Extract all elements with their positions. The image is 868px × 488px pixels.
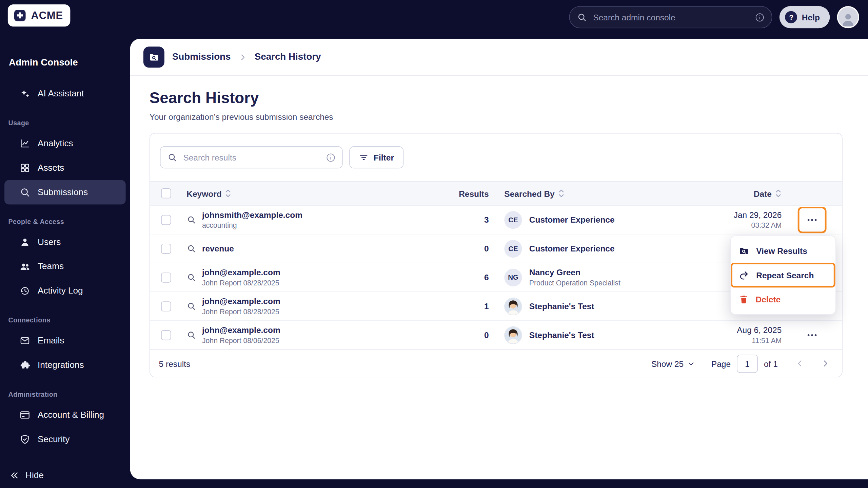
avatar-initials: CE <box>504 211 522 228</box>
help-button[interactable]: ? Help <box>780 6 830 28</box>
sidebar-item-assets[interactable]: Assets <box>4 156 126 180</box>
header-keyword[interactable]: Keyword <box>176 188 408 198</box>
row-checkbox[interactable] <box>161 272 171 282</box>
folder-search-icon <box>143 46 164 68</box>
searcher-name: Customer Experience <box>529 244 615 253</box>
row-checkbox[interactable] <box>161 330 171 340</box>
stephanie-avatar <box>504 326 522 344</box>
header-results-label: Results <box>459 189 489 198</box>
header-results[interactable]: Results <box>408 189 489 198</box>
filter-button[interactable]: Filter <box>349 146 403 168</box>
results-count: 3 <box>408 215 489 224</box>
menu-item-delete[interactable]: Delete <box>731 287 835 311</box>
keyword-subtitle: John Report 08/28/2025 <box>202 307 280 316</box>
header-searched-by[interactable]: Searched By <box>504 188 681 198</box>
chevron-left-icon <box>795 359 804 368</box>
results-search-box[interactable] <box>160 146 343 168</box>
sidebar-item-label: Account & Billing <box>38 410 104 420</box>
magnifier-icon <box>186 301 196 311</box>
page-size-label: Show 25 <box>651 359 684 368</box>
sidebar-item-security[interactable]: Security <box>4 427 126 452</box>
time-text: 03:32 AM <box>682 221 782 229</box>
envelope-icon <box>19 335 31 346</box>
page-title: Search History <box>150 89 843 107</box>
row-checkbox[interactable] <box>161 244 171 254</box>
sidebar-item-label: Integrations <box>38 360 84 370</box>
next-page-button[interactable] <box>819 357 832 370</box>
acme-logo[interactable]: ACME <box>8 4 70 26</box>
hide-label: Hide <box>25 470 44 480</box>
previous-page-button[interactable] <box>793 357 807 370</box>
sidebar-item-label: Activity Log <box>38 286 83 296</box>
time-text: 11:51 AM <box>682 336 782 344</box>
assets-icon <box>19 162 31 173</box>
magnifier-icon <box>186 330 196 340</box>
page-content: Search History Your organization’s previ… <box>130 76 868 377</box>
sidebar-item-ai-assistant[interactable]: AI Assistant <box>4 81 126 106</box>
logo-text: ACME <box>31 10 63 22</box>
magnifier-icon <box>186 273 196 282</box>
searcher-subtitle: Product Operation Specialist <box>529 279 620 287</box>
filter-label: Filter <box>374 153 394 162</box>
sidebar-section-administration: Administration <box>8 391 130 398</box>
admin-search-box[interactable] <box>569 6 772 28</box>
select-all-checkbox[interactable] <box>161 188 171 198</box>
page-number-input[interactable] <box>737 354 758 373</box>
sidebar-item-submissions[interactable]: Submissions <box>4 180 126 205</box>
searcher-name: Stephanie's Test <box>529 330 594 340</box>
sidebar-title: Admin Console <box>9 57 130 68</box>
header-date[interactable]: Date <box>682 188 782 198</box>
admin-console-app: ACME ? Help Admin Console AI Assistant <box>0 0 868 488</box>
sidebar-item-teams[interactable]: Teams <box>4 254 126 279</box>
table-header-row: Keyword Results Searched By Date <box>150 181 842 206</box>
header-keyword-label: Keyword <box>186 189 221 198</box>
row-checkbox[interactable] <box>161 215 171 225</box>
info-icon[interactable] <box>326 153 336 162</box>
row-actions-button[interactable] <box>801 210 823 230</box>
header-searched-by-label: Searched By <box>504 189 554 198</box>
sidebar-item-label: Teams <box>38 262 64 271</box>
admin-search-input[interactable] <box>592 12 750 22</box>
main-panel: Submissions Search History Search Histor… <box>130 39 868 479</box>
shield-check-icon <box>19 434 31 445</box>
page-label: Page <box>711 359 731 368</box>
keyword-subtitle: John Report 08/28/2025 <box>202 279 280 287</box>
row-checkbox[interactable] <box>161 301 171 311</box>
searcher-name: Stephanie's Test <box>529 301 594 311</box>
sidebar-item-analytics[interactable]: Analytics <box>4 131 126 156</box>
sidebar-item-users[interactable]: Users <box>4 230 126 255</box>
sidebar-item-label: AI Assistant <box>38 89 84 98</box>
sidebar-item-activity-log[interactable]: Activity Log <box>4 279 126 303</box>
row-actions-button[interactable] <box>801 325 823 345</box>
menu-item-view-results[interactable]: View Results <box>731 239 835 263</box>
sidebar-item-account-billing[interactable]: Account & Billing <box>4 403 126 427</box>
search-icon <box>577 12 587 22</box>
chevron-down-icon <box>688 360 695 367</box>
table-row: john@example.com John Report 08/06/2025 … <box>150 321 842 350</box>
double-chevron-left-icon <box>9 470 20 481</box>
keyword-text: john@example.com <box>202 297 280 306</box>
magnifier-icon <box>19 187 31 198</box>
table-footer: 5 results Show 25 Page of 1 <box>150 350 842 377</box>
page-subtitle: Your organization’s previous submission … <box>150 112 843 121</box>
sidebar-item-label: Emails <box>38 336 64 345</box>
sidebar-section-connections: Connections <box>8 316 130 324</box>
results-count: 1 <box>408 301 489 311</box>
hide-sidebar-button[interactable]: Hide <box>9 470 44 481</box>
page-of-label: of 1 <box>764 359 778 368</box>
sidebar-item-integrations[interactable]: Integrations <box>4 353 126 377</box>
date-text: Aug 6, 2025 <box>682 325 782 335</box>
results-search-input[interactable] <box>182 152 321 163</box>
breadcrumb-search-history: Search History <box>255 52 321 63</box>
menu-item-repeat-search[interactable]: Repeat Search <box>731 263 835 287</box>
sort-icon <box>558 188 565 198</box>
info-icon[interactable] <box>755 13 765 22</box>
sidebar-item-emails[interactable]: Emails <box>4 329 126 353</box>
help-label: Help <box>802 13 820 22</box>
user-avatar[interactable] <box>837 6 859 28</box>
avatar-initials: CE <box>504 240 522 257</box>
chevron-right-icon <box>821 359 830 368</box>
breadcrumb-submissions[interactable]: Submissions <box>172 52 231 63</box>
page-size-select[interactable]: Show 25 <box>651 359 695 368</box>
sort-icon <box>225 188 232 198</box>
